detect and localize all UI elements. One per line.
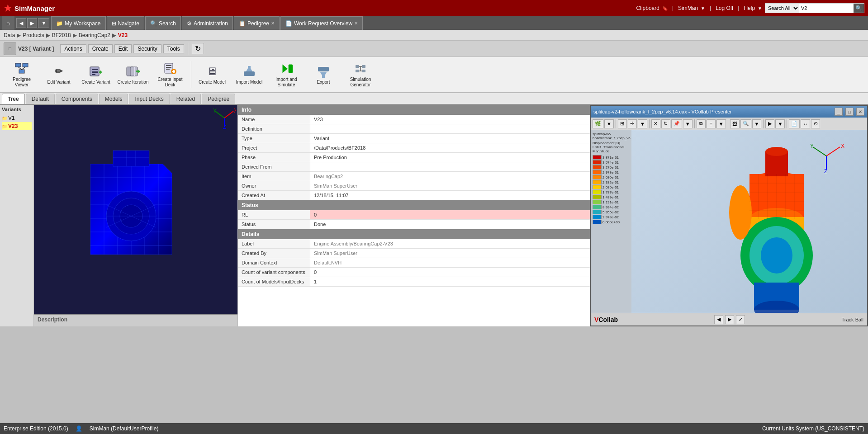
home-button[interactable]: ⌂: [2, 16, 14, 30]
vcollab-close-button[interactable]: ✕: [856, 108, 864, 116]
simman-dropdown-icon[interactable]: ▼: [701, 6, 705, 11]
vc-btn-copy[interactable]: ⧉: [697, 119, 706, 128]
description-panel: Description: [34, 314, 237, 326]
tab-components[interactable]: Components: [56, 94, 98, 104]
vc-btn-dropdown6[interactable]: ▼: [775, 119, 785, 128]
vcollab-minimize-button[interactable]: _: [835, 108, 843, 116]
create-input-deck-button[interactable]: Create Input Deck: [152, 59, 188, 90]
svg-rect-13: [134, 67, 135, 76]
variant-item-v1[interactable]: 📁 V1: [2, 114, 32, 122]
create-variant-button[interactable]: Create Variant: [78, 59, 114, 90]
create-model-button[interactable]: 🖥 Create Model: [194, 59, 230, 90]
vc-btn-1[interactable]: 🌿: [593, 119, 603, 128]
vc-btn-doc[interactable]: 📄: [789, 119, 800, 128]
vc-btn-close[interactable]: ✕: [651, 119, 660, 128]
actions-button[interactable]: Actions: [60, 44, 86, 53]
vc-btn-dropdown[interactable]: ▼: [604, 119, 614, 128]
pedigree-close-icon[interactable]: ✕: [271, 21, 275, 26]
vc-btn-pin[interactable]: 📌: [671, 119, 682, 128]
vc-nav-forward[interactable]: ▶: [725, 315, 734, 324]
logoff-link[interactable]: Log Off: [716, 5, 733, 11]
create-iteration-button[interactable]: Create Iteration: [115, 59, 151, 90]
topbar-right: Clipboard 🔖 | SimMan ▼ | Log Off | Help …: [636, 3, 864, 13]
bc-arrow-4: ▶: [112, 32, 116, 38]
vc-nav-expand[interactable]: ⤢: [736, 315, 745, 324]
tab-default[interactable]: Default: [26, 94, 55, 104]
vcollab-window: splitcap-v2-hollowcrank_f_2pcp_v6.14.cax…: [590, 105, 868, 326]
import-simulate-button[interactable]: Import and Simulate: [268, 59, 304, 90]
vcollab-maximize-button[interactable]: □: [845, 108, 854, 116]
vc-btn-dropdown5[interactable]: ▼: [752, 119, 762, 128]
nav-tabs-bar: ⌂ ◀ ▶ ▼ 📁 My Workspace ⊞ Navigate 🔍 Sear…: [0, 16, 868, 30]
vc-btn-dropdown4[interactable]: ▼: [716, 119, 726, 128]
export-button[interactable]: Export: [305, 59, 342, 90]
tab-my-workspace[interactable]: 📁 My Workspace: [51, 16, 105, 30]
tab-models[interactable]: Models: [99, 94, 128, 104]
search-scope-select[interactable]: Search All: [765, 4, 799, 13]
work-request-close-icon[interactable]: ✕: [354, 21, 358, 26]
tab-navigate[interactable]: ⊞ Navigate: [107, 16, 144, 30]
tools-button[interactable]: Tools: [163, 44, 184, 53]
breadcrumb-products[interactable]: Products: [23, 32, 44, 38]
breadcrumb-bearingcap2[interactable]: BearingCap2: [79, 32, 110, 38]
tab-tree[interactable]: Tree: [2, 94, 25, 104]
variant-v1-label: V1: [8, 115, 15, 121]
nav-dropdown-button[interactable]: ▼: [38, 18, 49, 28]
pedigree-viewer-button[interactable]: Pedigree Viewer: [4, 59, 40, 90]
breadcrumb-data[interactable]: Data: [4, 32, 15, 38]
tab-related[interactable]: Related: [171, 94, 201, 104]
tab-work-request-overview[interactable]: 📄 Work Request Overview ✕: [280, 16, 363, 30]
vc-btn-dropdown2[interactable]: ▼: [638, 119, 647, 128]
vc-btn-frame[interactable]: ⊞: [618, 119, 627, 128]
axes-indicator: X Y Z: [213, 107, 236, 129]
tab-input-decks[interactable]: Input Decks: [129, 94, 169, 104]
vc-nav-back[interactable]: ◀: [714, 315, 723, 324]
vc-btn-zoom-circle[interactable]: ⊙: [811, 119, 820, 128]
breadcrumb-bf2018[interactable]: BF2018: [52, 32, 71, 38]
help-dropdown-icon[interactable]: ▼: [758, 6, 762, 11]
simman-link[interactable]: SimMan: [678, 5, 698, 11]
create-input-deck-icon: [163, 61, 177, 76]
svg-line-3: [18, 67, 22, 70]
create-label: Create: [92, 46, 109, 52]
svg-rect-25: [248, 66, 251, 71]
security-button[interactable]: Security: [133, 44, 161, 53]
forward-button[interactable]: ▶: [27, 18, 37, 28]
create-button[interactable]: Create: [88, 44, 113, 53]
info-label-count-models: Count of Models/InputDecks: [238, 277, 310, 286]
vc-btn-layers[interactable]: ≡: [707, 119, 716, 128]
info-label-label: Label: [238, 239, 310, 248]
vc-btn-dropdown3[interactable]: ▼: [683, 119, 693, 128]
create-input-deck-label: Create Input Deck: [154, 77, 186, 88]
back-button[interactable]: ◀: [16, 18, 26, 28]
vcollab-render[interactable]: X Y Z: [631, 130, 867, 313]
import-model-button[interactable]: Import Model: [231, 59, 267, 90]
security-label: Security: [138, 46, 157, 52]
svg-rect-6: [92, 69, 98, 70]
tab-search[interactable]: 🔍 Search: [145, 16, 181, 30]
edit-button[interactable]: Edit: [114, 44, 132, 53]
tab-administration[interactable]: ⚙ Administration: [182, 16, 233, 30]
vc-btn-zoom-in[interactable]: 🔍: [740, 119, 751, 128]
vc-btn-refresh[interactable]: ↻: [661, 119, 670, 128]
work-request-label: Work Request Overview: [294, 20, 352, 27]
vc-btn-arrows[interactable]: ↔: [801, 119, 810, 128]
tab-pedigree[interactable]: 📋 Pedigree ✕: [234, 16, 280, 30]
clipboard-link[interactable]: Clipboard: [636, 5, 659, 11]
refresh-button[interactable]: ↻: [192, 43, 204, 54]
vc-btn-crosshair[interactable]: ✛: [628, 119, 637, 128]
info-label-type: Type: [238, 134, 310, 143]
variant-item-v23[interactable]: 📁 V23: [2, 122, 32, 130]
vc-btn-play[interactable]: ▶: [765, 119, 774, 128]
help-link[interactable]: Help: [744, 5, 755, 11]
svg-rect-28: [318, 67, 329, 71]
import-model-icon: [242, 64, 256, 79]
vc-btn-image[interactable]: 🖼: [730, 119, 740, 128]
search-top-input[interactable]: [799, 4, 854, 13]
tab-pedigree-content[interactable]: Pedigree: [202, 94, 235, 104]
simulation-generator-button[interactable]: Simulation Generator: [342, 59, 379, 90]
info-label-status: Status: [238, 220, 310, 229]
tab-components-label: Components: [62, 96, 92, 102]
edit-variant-button[interactable]: ✏ Edit Variant: [41, 59, 77, 90]
search-top-button[interactable]: 🔍: [854, 4, 864, 13]
